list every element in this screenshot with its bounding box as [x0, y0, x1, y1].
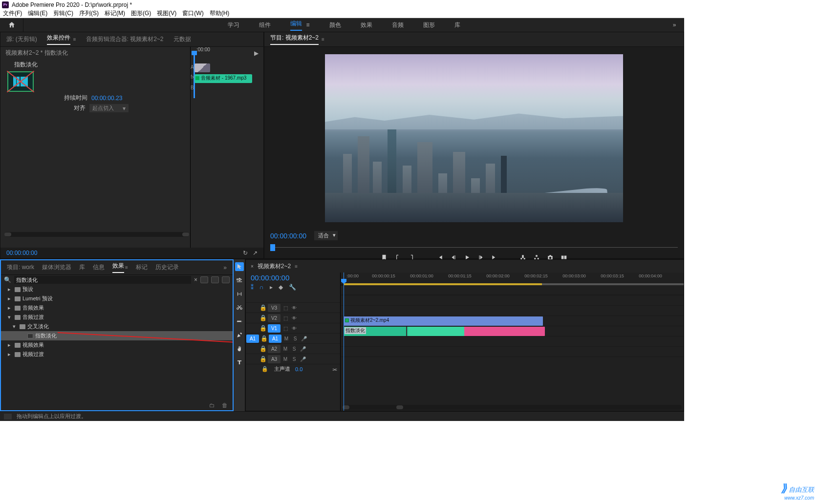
tab-libraries[interactable]: 库 — [79, 263, 85, 272]
settings-icon[interactable]: ◆ — [279, 284, 283, 291]
tree-video-fx[interactable]: ▸视频效果 — [1, 340, 233, 350]
tab-ec-menu-icon[interactable]: ≡ — [73, 37, 76, 42]
ws-libraries[interactable]: 库 — [454, 21, 460, 29]
tree-exponential-fade[interactable]: 指数淡化 — [1, 331, 233, 340]
solo-a3[interactable]: S — [290, 357, 299, 362]
menu-help[interactable]: 帮助(H) — [210, 9, 230, 18]
tab-markers[interactable]: 标记 — [136, 263, 148, 272]
track-target-a1[interactable]: A1 — [269, 335, 281, 343]
search-clear-icon[interactable]: × — [194, 276, 197, 283]
lock-icon[interactable]: 🔒 — [260, 366, 269, 372]
track-target-a2[interactable]: A2 — [268, 345, 281, 353]
lock-icon[interactable]: 🔒 — [259, 315, 267, 321]
voice-a1[interactable]: 🎤 — [300, 336, 308, 341]
ws-menu-icon[interactable]: ≡ — [306, 21, 309, 28]
tree-video-trans[interactable]: ▸视频过渡 — [1, 350, 233, 359]
timeline-close-icon[interactable]: × — [251, 264, 254, 269]
tree-lumetri[interactable]: ▸Lumetri 预设 — [1, 294, 233, 303]
tab-fx-menu-icon[interactable]: ≡ — [125, 265, 128, 270]
lock-icon[interactable]: 🔒 — [259, 335, 268, 342]
tool-hand[interactable] — [235, 344, 244, 353]
wrench-icon[interactable]: 🔧 — [289, 284, 296, 291]
timeline-timecode[interactable]: 00:00:00:00 — [251, 273, 335, 282]
home-button[interactable] — [0, 18, 23, 32]
program-fit-select[interactable]: 适合 — [314, 231, 338, 240]
tab-project[interactable]: 项目: work — [7, 263, 34, 272]
program-timecode[interactable]: 00:00:00:00 — [270, 232, 306, 240]
ec-duration-value[interactable]: 00:00:00.23 — [91, 95, 122, 102]
tool-slip[interactable] — [235, 317, 244, 326]
menu-sequence[interactable]: 序列(S) — [79, 9, 99, 18]
tree-audio-fx[interactable]: ▸音频效果 — [1, 303, 233, 313]
tool-pen[interactable] — [235, 331, 244, 339]
lock-icon[interactable]: 🔒 — [259, 325, 267, 332]
tool-type[interactable] — [235, 358, 244, 367]
menu-graphics[interactable]: 图形(G) — [131, 9, 151, 18]
lane-a2[interactable] — [341, 336, 684, 346]
export-icon[interactable]: ↗ — [253, 250, 258, 256]
track-target-a3[interactable]: A3 — [268, 355, 281, 363]
lock-icon[interactable]: 🔒 — [259, 356, 267, 362]
tab-history[interactable]: 历史记录 — [155, 263, 179, 272]
menu-window[interactable]: 窗口(W) — [182, 9, 203, 18]
program-video-area[interactable] — [264, 47, 684, 229]
panel-overflow-icon[interactable]: » — [223, 264, 227, 271]
ec-footer-tc[interactable]: 00:00:00:00 — [6, 250, 37, 256]
master-value[interactable]: 0.0 — [295, 366, 302, 372]
tree-presets[interactable]: ▸预设 — [1, 285, 233, 294]
loop-icon[interactable]: ↻ — [243, 250, 248, 256]
ec-effect-name[interactable]: 指数淡化 — [14, 61, 38, 69]
lane-a3[interactable] — [341, 346, 684, 357]
tool-ripple[interactable] — [235, 290, 244, 298]
menu-marker[interactable]: 标记(M) — [105, 9, 125, 18]
marker-add-icon[interactable]: ▸ — [270, 284, 273, 291]
solo-a1[interactable]: S — [291, 336, 300, 341]
ws-learn[interactable]: 学习 — [228, 21, 239, 29]
tab-source[interactable]: 源: (无剪辑) — [6, 35, 37, 43]
clip-audio[interactable]: 指数淡化 ⎘ — [344, 327, 545, 336]
tool-track-select[interactable] — [235, 276, 244, 285]
track-output-v2[interactable]: ⬚ — [281, 315, 290, 321]
scrub-playhead[interactable] — [270, 244, 275, 251]
ec-mini-audio-clip[interactable]: 音频素材 - 1967.mp3 — [194, 74, 252, 83]
ws-effects[interactable]: 效果 — [361, 21, 372, 29]
track-output-v1[interactable]: ⬚ — [281, 326, 290, 331]
tree-crossfade[interactable]: ▾交叉淡化 — [1, 322, 233, 331]
timeline-tracks-area[interactable]: :00:00 00:00:00:15 00:00:01:00 00:00:01:… — [341, 273, 684, 411]
tab-prog-menu-icon[interactable]: ≡ — [322, 37, 324, 42]
track-eye-v1[interactable]: 👁 — [290, 326, 299, 331]
voice-a2[interactable]: 🎤 — [299, 346, 307, 352]
tab-effects[interactable]: 效果 — [112, 262, 124, 273]
timeline-playhead[interactable] — [344, 273, 344, 411]
timeline-hscroll[interactable] — [343, 405, 682, 410]
sync-lock-icon[interactable]: ⫘ — [332, 366, 337, 372]
track-target-v3[interactable]: V3 — [268, 304, 281, 312]
new-bin-icon[interactable]: 🗀 — [209, 402, 215, 409]
tab-media-browser[interactable]: 媒体浏览器 — [42, 263, 71, 272]
solo-a2[interactable]: S — [290, 346, 299, 352]
tab-info[interactable]: 信息 — [93, 263, 105, 272]
preset-filter-2[interactable] — [211, 276, 219, 283]
trash-icon[interactable]: 🗑 — [222, 402, 228, 409]
lane-v1[interactable]: 视频素材2~2.mp4 — [341, 315, 684, 326]
tab-program[interactable]: 节目: 视频素材2~2 — [270, 34, 319, 45]
tab-audio-mixer[interactable]: 音频剪辑混合器: 视频素材2~2 — [86, 35, 164, 43]
tool-selection[interactable] — [235, 262, 244, 271]
clip-video[interactable]: 视频素材2~2.mp4 — [344, 316, 543, 326]
ws-color[interactable]: 颜色 — [329, 21, 341, 29]
mute-a1[interactable]: M — [282, 336, 291, 341]
track-eye-v3[interactable]: 👁 — [290, 305, 299, 311]
preset-filter-3[interactable] — [222, 276, 230, 283]
ec-mini-fade-block[interactable] — [194, 63, 210, 72]
preset-filter-1[interactable] — [200, 276, 208, 283]
timeline-sequence-name[interactable]: 视频素材2~2 — [258, 262, 291, 271]
lock-icon[interactable]: 🔒 — [259, 304, 267, 311]
program-scrub[interactable] — [270, 243, 678, 252]
lane-v2[interactable] — [341, 305, 684, 315]
ec-hscroll[interactable] — [4, 232, 189, 237]
tab-effect-controls[interactable]: 效果控件 — [47, 34, 70, 45]
snap-icon[interactable]: ⁑ — [251, 284, 254, 291]
effects-search-input[interactable] — [14, 276, 191, 284]
track-eye-v2[interactable]: 👁 — [290, 315, 299, 321]
track-target-v2[interactable]: V2 — [268, 314, 281, 322]
